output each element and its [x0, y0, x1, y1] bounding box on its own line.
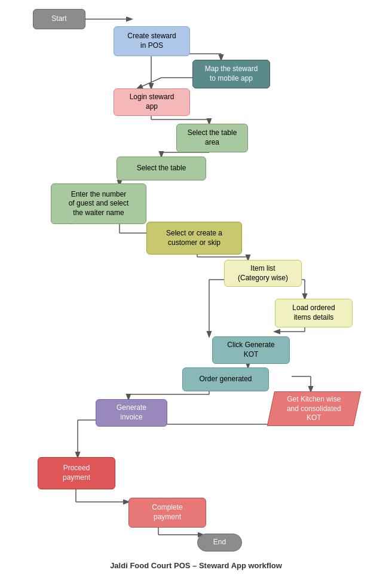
node-login-steward: Login steward app	[114, 88, 190, 116]
node-end: End	[197, 534, 242, 552]
node-select-table-area: Select the table area	[176, 124, 248, 152]
node-proceed-payment: Proceed payment	[38, 457, 115, 489]
node-select-customer: Select or create a customer or skip	[146, 222, 242, 255]
diagram: Jaldi Start Create steward in POS Map th…	[0, 0, 392, 562]
node-click-generate: Click Generate KOT	[212, 336, 290, 364]
node-select-table: Select the table	[117, 157, 206, 180]
node-order-generated: Order generated	[182, 367, 269, 391]
footer-title: Jaldi Food Court POS – Steward App workf…	[0, 561, 392, 570]
node-generate-invoice: Generate invoice	[96, 399, 167, 427]
node-item-list: Item list (Category wise)	[224, 260, 302, 287]
svg-line-5	[137, 78, 161, 88]
node-map-steward: Map the steward to mobile app	[192, 60, 270, 88]
node-complete-payment: Complete payment	[128, 498, 206, 528]
node-get-kitchen: Get Kitchen wise and consolidated KOT	[267, 391, 361, 426]
node-create-steward: Create steward in POS	[114, 26, 190, 56]
node-enter-guest: Enter the number of guest and select the…	[51, 183, 146, 224]
node-start: Start	[33, 9, 85, 29]
node-load-ordered: Load ordered items details	[275, 299, 353, 327]
